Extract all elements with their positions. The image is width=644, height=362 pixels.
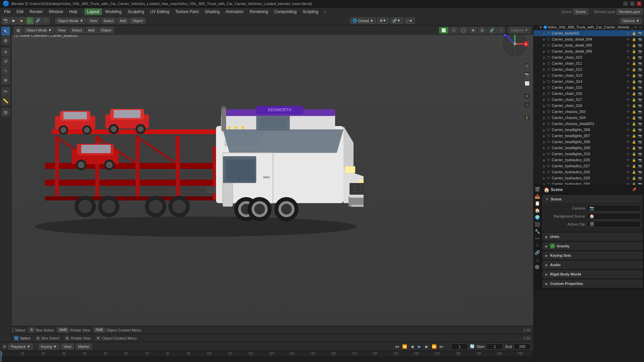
workspace-uv-editing[interactable]: UV Editing — [148, 8, 172, 15]
tool-move[interactable]: ✛ — [1, 48, 10, 56]
outliner-item-14[interactable]: ▶ ▽ Carrier_chassis_004 👁 🔒 📷 — [534, 115, 644, 121]
item-restrict[interactable]: 🔒 — [631, 116, 637, 120]
outliner-item-2[interactable]: ▶ ▽ Carrier_body_detail_005 👁 🔒 📷 — [534, 42, 644, 48]
renderlayer-selector[interactable]: RenderLayer — [616, 9, 643, 15]
zoom-in-btn[interactable]: + — [523, 93, 531, 100]
outliner-item-8[interactable]: ▶ ▽ Carrier_chain_014 👁 🔒 📷 — [534, 78, 644, 84]
outliner-item-4[interactable]: ▶ ▽ Carrier_chain_010 👁 🔒 📷 — [534, 54, 644, 60]
tool-scale[interactable]: ⤡ — [1, 66, 10, 75]
workspace-texture-paint[interactable]: Texture Paint — [173, 8, 202, 15]
options-btn[interactable]: Options ▼ — [620, 18, 642, 24]
prop-tab-modifiers[interactable]: 🔧 — [534, 228, 541, 235]
menu-edit[interactable]: Edit — [14, 8, 26, 15]
view-menu[interactable]: View — [87, 18, 100, 24]
item-visibility[interactable]: 👁 — [626, 122, 631, 126]
prop-tab-physics[interactable]: ⚛ — [534, 242, 541, 249]
outliner-item-6[interactable]: ▶ ▽ Carrier_chain_012 👁 🔒 📷 — [534, 66, 644, 72]
item-render[interactable]: 📷 — [637, 152, 643, 156]
item-restrict[interactable]: 🔒 — [631, 92, 637, 96]
item-render[interactable]: 📷 — [637, 110, 643, 114]
play-btn[interactable]: ▶ — [416, 344, 422, 350]
tool-annotate[interactable]: ✏ — [1, 87, 10, 96]
item-restrict[interactable]: 🔒 — [631, 176, 637, 180]
viewport-camera-btn[interactable]: 📷 — [2, 17, 9, 24]
item-restrict[interactable]: 🔒 — [631, 182, 637, 185]
item-restrict[interactable]: 🔒 — [631, 32, 637, 35]
item-restrict[interactable]: 🔒 — [631, 44, 637, 47]
item-visibility[interactable]: 👁 — [626, 158, 631, 162]
outliner-item-19[interactable]: ▶ ▽ Carrier_headlights_009 👁 🔒 📷 — [534, 145, 644, 151]
item-render[interactable]: 📷 — [637, 164, 643, 168]
item-render[interactable]: 📷 — [637, 74, 643, 77]
prop-tab-scene[interactable]: 🏠 — [534, 207, 541, 214]
prop-pin-icon[interactable]: 📌 — [632, 187, 637, 192]
transform-global-btn[interactable]: 🌐 Global ▼ — [350, 17, 376, 24]
item-render[interactable]: 📷 — [637, 44, 643, 47]
item-render[interactable]: 📷 — [637, 140, 643, 144]
item-render[interactable]: 📷 — [637, 158, 643, 162]
tl-view-btn[interactable]: View — [61, 344, 74, 350]
units-header[interactable]: ▶ Units — [543, 233, 642, 240]
workspace-shading[interactable]: Shading — [202, 8, 222, 15]
item-visibility[interactable]: 👁 — [626, 164, 631, 168]
item-render[interactable]: 📷 — [637, 38, 643, 41]
prop-tab-world[interactable]: 🌍 — [534, 214, 541, 221]
item-render[interactable]: 📷 — [637, 170, 643, 174]
next-frame-btn[interactable]: ▶ — [424, 344, 430, 350]
viewport-add-btn[interactable]: Add — [86, 27, 97, 33]
item-visibility[interactable]: 👁 — [626, 44, 631, 47]
viewport-select-btn[interactable]: Select — [69, 27, 85, 33]
item-restrict[interactable]: 🔒 — [631, 164, 637, 168]
prop-tab-view-layer[interactable]: 📋 — [534, 200, 541, 206]
prev-frame-btn[interactable]: ◀ — [409, 344, 415, 350]
item-visibility[interactable]: 👁 — [626, 62, 631, 65]
zoom-out-btn[interactable]: − — [523, 101, 531, 109]
item-render[interactable]: 📷 — [637, 68, 643, 71]
jump-end-btn[interactable]: ⏭ — [438, 344, 444, 350]
item-restrict[interactable]: 🔒 — [631, 110, 637, 114]
tool-cursor[interactable]: ⊕ — [1, 36, 10, 45]
outliner-item-12[interactable]: ▶ ▽ Carrier_chain_018 👁 🔒 📷 — [534, 103, 644, 109]
tool-select[interactable]: ↖ — [1, 27, 10, 36]
overlays-btn[interactable]: ⊕ — [469, 27, 477, 34]
item-visibility[interactable]: 👁 — [626, 92, 631, 96]
outliner-item-23[interactable]: ▶ ▽ Carrier_hydraulics_028 👁 🔒 📷 — [534, 169, 644, 175]
outliner-item-11[interactable]: ▶ ▽ Carrier_chain_017 👁 🔒 📷 — [534, 97, 644, 103]
timeline-editor-icon[interactable]: ⊞ — [3, 344, 6, 349]
display-mode-btn[interactable]: ⬜ — [523, 80, 531, 87]
outliner-item-3[interactable]: ▶ ▽ Carrier_body_detail_006 👁 🔒 📷 — [534, 48, 644, 54]
magnet-btn[interactable]: ⚫ — [42, 17, 50, 24]
workspace-animation[interactable]: Animation — [223, 8, 246, 15]
snap-toggle[interactable]: 🔗 — [487, 27, 497, 34]
menu-render[interactable]: Render — [27, 8, 45, 15]
material-preview-btn[interactable]: ⬡ — [450, 27, 458, 34]
item-restrict[interactable]: 🔒 — [631, 98, 637, 102]
menu-window[interactable]: Window — [46, 8, 66, 15]
item-restrict[interactable]: 🔒 — [631, 134, 637, 138]
workspace-scripting[interactable]: Scripting — [300, 8, 321, 15]
prop-edit-toggle[interactable]: ○ — [497, 27, 504, 33]
item-visibility[interactable]: 👁 — [626, 86, 631, 89]
render-btn[interactable]: ▶ — [10, 17, 17, 24]
maximize-button[interactable]: □ — [630, 1, 635, 6]
item-visibility[interactable]: 👁 — [626, 170, 631, 174]
item-visibility[interactable]: 👁 — [626, 50, 631, 53]
snap-btn[interactable]: 🔗 — [34, 17, 42, 24]
item-visibility[interactable]: 👁 — [626, 38, 631, 41]
item-visibility[interactable]: 👁 — [626, 104, 631, 108]
transform-pivot-btn[interactable]: ⊕▼ — [377, 17, 389, 24]
item-render[interactable]: 📷 — [637, 104, 643, 108]
object-walk-btn[interactable]: 🚶 — [523, 114, 531, 121]
item-restrict[interactable]: 🔒 — [631, 38, 637, 41]
item-restrict[interactable]: 🔒 — [631, 62, 637, 65]
prop-tab-particles[interactable]: ••• — [534, 235, 541, 242]
item-render[interactable]: 📷 — [637, 128, 643, 132]
outliner-item-7[interactable]: ▶ ▽ Carrier_chain_013 👁 🔒 📷 — [534, 72, 644, 78]
item-visibility[interactable]: 👁 — [626, 116, 631, 120]
add-workspace-button[interactable]: + — [322, 8, 328, 15]
item-visibility[interactable]: 👁 — [626, 146, 631, 150]
item-visibility[interactable]: 👁 — [626, 68, 631, 71]
item-restrict[interactable]: 🔒 — [631, 146, 637, 150]
close-button[interactable]: ✕ — [637, 1, 641, 6]
item-render[interactable]: 📷 — [637, 176, 643, 180]
